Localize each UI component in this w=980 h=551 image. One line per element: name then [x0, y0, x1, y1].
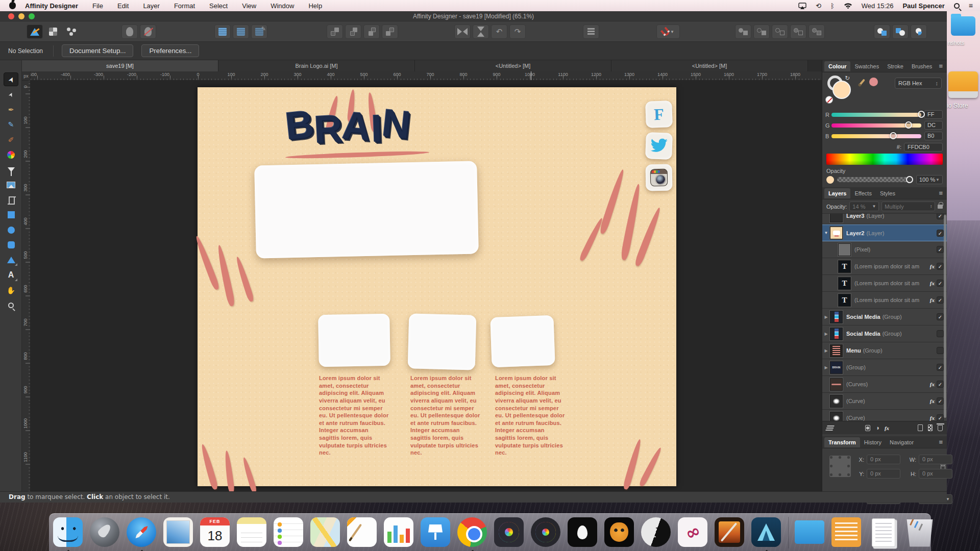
dock-item-documents-stack[interactable] — [868, 517, 899, 548]
transform-input[interactable]: 0 px — [919, 469, 952, 479]
image-tool[interactable] — [4, 178, 18, 192]
rotate-cw-button[interactable]: ↷ — [509, 24, 526, 39]
colour-tab-colour[interactable]: Colour — [824, 61, 850, 71]
window-titlebar[interactable]: Affinity Designer - save19 [Modified] (6… — [0, 11, 947, 21]
dock-item-motion[interactable] — [531, 517, 561, 548]
flip-vertical-button[interactable] — [473, 24, 489, 39]
ruler-unit[interactable]: px — [22, 71, 31, 81]
snap-to-grid-button[interactable] — [233, 24, 249, 39]
layer-row[interactable]: ▶Menu(Group) — [822, 342, 947, 359]
brand-logo-text[interactable]: BRAIN — [269, 102, 427, 146]
menubar-user[interactable]: Paul Spencer — [902, 2, 944, 10]
rect-tool[interactable] — [4, 208, 18, 222]
lorem-column[interactable]: Lorem ipsum dolor sit amet, consectetur … — [410, 374, 482, 457]
layer-row[interactable]: ▶Social Media(Group) — [822, 325, 947, 342]
dock-item-folder-downloads[interactable] — [831, 517, 862, 548]
lock-icon[interactable] — [938, 205, 943, 209]
no-stroke-swatch[interactable] — [825, 96, 833, 104]
dock-item-affinity-designer[interactable] — [751, 517, 782, 548]
move-tool[interactable]: ➤ — [4, 72, 18, 86]
triangle-tool[interactable] — [4, 253, 18, 267]
content-card[interactable] — [318, 314, 390, 367]
layer-visibility-checkbox-checked[interactable]: ✓ — [937, 280, 944, 287]
layer-visibility-checkbox-checked[interactable]: ✓ — [937, 414, 944, 421]
lorem-column[interactable]: Lorem ipsum dolor sit amet, consectetur … — [495, 374, 567, 457]
transform-input[interactable]: 0 px — [919, 455, 952, 464]
dock-item-trash[interactable] — [905, 517, 936, 548]
layer-row[interactable]: T(Lorem ipsum dolor sit amfx✓ — [822, 292, 947, 309]
pen-tool[interactable]: ✒ — [4, 103, 18, 116]
transform-tab-history[interactable]: History — [860, 437, 886, 447]
dock-item-folder-blue[interactable] — [795, 517, 825, 548]
panel-menu-icon[interactable]: ≡ — [939, 189, 943, 197]
colour-tool[interactable] — [4, 148, 18, 162]
boolean-intersect-button[interactable] — [772, 24, 788, 39]
transform-tab-navigator[interactable]: Navigator — [886, 437, 918, 447]
colour-tab-brushes[interactable]: Brushes — [908, 61, 936, 71]
brush-tool[interactable]: ✐ — [4, 133, 18, 146]
rotate-ccw-button[interactable]: ↶ — [491, 24, 507, 39]
dock-item-finder[interactable] — [53, 517, 84, 548]
instagram-icon[interactable] — [646, 164, 673, 191]
layer-visibility-checkbox-checked[interactable]: ✓ — [937, 263, 944, 270]
content-card[interactable] — [408, 313, 477, 370]
dock-item-pixelmator[interactable] — [715, 517, 745, 548]
opacity-slider[interactable] — [837, 177, 913, 182]
menu-item-view[interactable]: View — [242, 2, 256, 10]
adjustment-layer-icon[interactable]: ◑ — [875, 424, 879, 432]
boolean-divide-button[interactable] — [790, 24, 806, 39]
dock-item-pages[interactable] — [347, 517, 378, 548]
move-backward-button[interactable] — [363, 24, 380, 39]
bluetooth-icon[interactable]: ᛒ — [830, 2, 835, 10]
layer-row[interactable]: T(Lorem ipsum dolor sit amfx✓ — [822, 258, 947, 275]
transform-input[interactable]: 0 px — [867, 455, 900, 464]
transparency-tool[interactable] — [4, 163, 18, 177]
slider-value-r[interactable]: FF — [924, 110, 943, 119]
layer-row[interactable]: Layer3(Layer)✓ — [822, 214, 947, 224]
document-setup-button[interactable]: Document Setup... — [62, 44, 133, 57]
swap-fill-stroke-icon[interactable]: ↻ — [845, 74, 850, 82]
transform-tab-transform[interactable]: Transform — [824, 437, 860, 447]
menu-item-help[interactable]: Help — [308, 2, 322, 10]
layers-tab-effects[interactable]: Effects — [850, 188, 875, 198]
preferences-button[interactable]: Preferences... — [141, 44, 199, 57]
dock-item-keynote[interactable] — [421, 517, 451, 548]
dock-item-mail[interactable] — [163, 517, 194, 548]
dock-item-safari[interactable] — [127, 517, 157, 548]
desktop-folder-icon[interactable] — [951, 16, 975, 36]
layer-visibility-checkbox-checked[interactable]: ✓ — [937, 246, 944, 253]
apple-menu-icon[interactable] — [9, 2, 16, 9]
eyedropper-icon[interactable] — [859, 79, 865, 85]
layer-row[interactable]: ▶Social Media(Group)✓ — [822, 309, 947, 325]
move-to-back-button[interactable] — [382, 24, 398, 39]
designer-persona-button[interactable] — [27, 24, 43, 39]
layer-visibility-checkbox-checked[interactable]: ✓ — [937, 381, 944, 388]
layer-row[interactable]: (Pixel)✓ — [822, 241, 947, 258]
desktop-drive-icon[interactable] — [948, 71, 978, 98]
menu-item-file[interactable]: File — [92, 2, 103, 10]
toggle-preview-button[interactable] — [121, 24, 138, 39]
airplay-icon[interactable] — [798, 3, 806, 9]
fill-swatch[interactable] — [832, 81, 851, 99]
dock-item-calendar[interactable]: FEB18 — [200, 517, 231, 548]
insert-inside-button[interactable] — [911, 24, 927, 39]
blend-mode-select[interactable]: Multiply ↕ — [881, 202, 935, 211]
dropdown-arrow-icon[interactable]: ▼ — [670, 30, 674, 34]
layers-opacity-select[interactable]: 14 % ▼ — [849, 202, 879, 211]
canvas-viewport[interactable]: BRAIN Lorem ipsum dolor sit amet, consec… — [31, 81, 822, 491]
picked-colour-swatch[interactable] — [869, 78, 878, 86]
notification-center-icon[interactable]: ≡ — [969, 2, 973, 10]
layers-tab-styles[interactable]: Styles — [876, 188, 899, 198]
dock-item-contrast-s-app[interactable] — [641, 517, 672, 548]
slider-track-g[interactable] — [831, 123, 921, 128]
layer-visibility-checkbox-unchecked[interactable] — [937, 347, 944, 354]
hex-input[interactable]: FFDCB0 — [904, 143, 943, 152]
colour-model-select[interactable]: RGB Hex ↕ — [895, 78, 942, 89]
dock-item-chrome[interactable] — [457, 517, 488, 548]
slider-value-g[interactable]: DC — [924, 121, 943, 130]
content-card[interactable] — [490, 315, 555, 367]
opacity-knob[interactable] — [906, 176, 913, 183]
boolean-xor-button[interactable] — [808, 24, 825, 39]
transform-anchor-selector[interactable] — [829, 456, 851, 477]
mask-layer-icon[interactable] — [865, 425, 870, 431]
